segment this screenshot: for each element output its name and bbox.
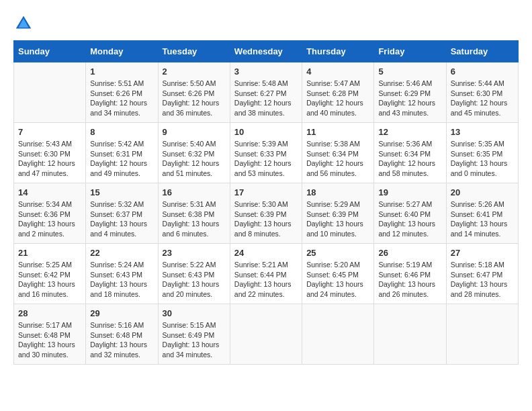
day-number: 7 [18, 127, 81, 137]
calendar-cell: 17Sunrise: 5:30 AM Sunset: 6:39 PM Dayli… [230, 183, 302, 244]
day-number: 20 [451, 187, 514, 197]
calendar-cell: 26Sunrise: 5:19 AM Sunset: 6:46 PM Dayli… [374, 244, 446, 304]
calendar-cell: 22Sunrise: 5:24 AM Sunset: 6:43 PM Dayli… [86, 244, 158, 304]
calendar-table: SundayMondayTuesdayWednesdayThursdayFrid… [13, 40, 519, 365]
cell-info: Sunrise: 5:27 AM Sunset: 6:40 PM Dayligh… [378, 199, 441, 239]
calendar-cell: 8Sunrise: 5:42 AM Sunset: 6:31 PM Daylig… [86, 123, 158, 183]
cell-info: Sunrise: 5:21 AM Sunset: 6:44 PM Dayligh… [234, 260, 298, 300]
calendar-week-1: 7Sunrise: 5:43 AM Sunset: 6:30 PM Daylig… [14, 123, 519, 183]
header-row: SundayMondayTuesdayWednesdayThursdayFrid… [14, 41, 519, 62]
day-number: 13 [451, 127, 514, 137]
cell-info: Sunrise: 5:36 AM Sunset: 6:34 PM Dayligh… [378, 139, 441, 179]
cell-info: Sunrise: 5:42 AM Sunset: 6:31 PM Dayligh… [90, 139, 153, 179]
calendar-week-2: 14Sunrise: 5:34 AM Sunset: 6:36 PM Dayli… [14, 183, 519, 244]
calendar-cell [230, 304, 302, 365]
header-day-monday: Monday [86, 41, 158, 62]
calendar-cell: 24Sunrise: 5:21 AM Sunset: 6:44 PM Dayli… [230, 244, 302, 304]
calendar-cell [302, 304, 374, 365]
day-number: 22 [90, 248, 153, 258]
header-day-saturday: Saturday [446, 41, 518, 62]
day-number: 17 [234, 187, 298, 197]
day-number: 1 [90, 66, 153, 77]
calendar-cell: 11Sunrise: 5:38 AM Sunset: 6:34 PM Dayli… [302, 123, 374, 183]
calendar-cell: 9Sunrise: 5:40 AM Sunset: 6:32 PM Daylig… [158, 123, 230, 183]
calendar-cell: 30Sunrise: 5:15 AM Sunset: 6:49 PM Dayli… [158, 304, 230, 365]
day-number: 12 [378, 127, 441, 137]
calendar-cell: 15Sunrise: 5:32 AM Sunset: 6:37 PM Dayli… [86, 183, 158, 244]
cell-info: Sunrise: 5:35 AM Sunset: 6:35 PM Dayligh… [451, 139, 514, 179]
calendar-cell: 21Sunrise: 5:25 AM Sunset: 6:42 PM Dayli… [14, 244, 86, 304]
header-day-friday: Friday [374, 41, 446, 62]
day-number: 28 [18, 308, 81, 318]
calendar-cell [374, 304, 446, 365]
header-day-thursday: Thursday [302, 41, 374, 62]
cell-info: Sunrise: 5:22 AM Sunset: 6:43 PM Dayligh… [163, 260, 226, 300]
day-number: 14 [18, 187, 81, 197]
calendar-cell: 20Sunrise: 5:26 AM Sunset: 6:41 PM Dayli… [446, 183, 518, 244]
page-header [13, 13, 519, 34]
calendar-cell: 25Sunrise: 5:20 AM Sunset: 6:45 PM Dayli… [302, 244, 374, 304]
cell-info: Sunrise: 5:24 AM Sunset: 6:43 PM Dayligh… [90, 260, 153, 300]
cell-info: Sunrise: 5:16 AM Sunset: 6:48 PM Dayligh… [90, 320, 153, 360]
cell-info: Sunrise: 5:40 AM Sunset: 6:32 PM Dayligh… [163, 139, 226, 179]
calendar-cell: 6Sunrise: 5:44 AM Sunset: 6:30 PM Daylig… [446, 62, 518, 123]
day-number: 27 [451, 248, 514, 258]
day-number: 26 [378, 248, 441, 258]
calendar-cell: 2Sunrise: 5:50 AM Sunset: 6:26 PM Daylig… [158, 62, 230, 123]
day-number: 4 [306, 66, 369, 77]
cell-info: Sunrise: 5:26 AM Sunset: 6:41 PM Dayligh… [451, 199, 514, 239]
cell-info: Sunrise: 5:48 AM Sunset: 6:27 PM Dayligh… [234, 79, 298, 118]
cell-info: Sunrise: 5:50 AM Sunset: 6:26 PM Dayligh… [163, 79, 226, 118]
cell-info: Sunrise: 5:18 AM Sunset: 6:47 PM Dayligh… [451, 260, 514, 300]
calendar-cell [14, 62, 86, 123]
day-number: 3 [234, 66, 298, 77]
calendar-cell: 18Sunrise: 5:29 AM Sunset: 6:39 PM Dayli… [302, 183, 374, 244]
calendar-cell: 7Sunrise: 5:43 AM Sunset: 6:30 PM Daylig… [14, 123, 86, 183]
calendar-body: 1Sunrise: 5:51 AM Sunset: 6:26 PM Daylig… [14, 62, 519, 365]
day-number: 24 [234, 248, 298, 258]
cell-info: Sunrise: 5:34 AM Sunset: 6:36 PM Dayligh… [18, 199, 81, 239]
calendar-cell: 16Sunrise: 5:31 AM Sunset: 6:38 PM Dayli… [158, 183, 230, 244]
cell-info: Sunrise: 5:47 AM Sunset: 6:28 PM Dayligh… [306, 79, 369, 118]
header-day-sunday: Sunday [14, 41, 86, 62]
cell-info: Sunrise: 5:44 AM Sunset: 6:30 PM Dayligh… [451, 79, 514, 118]
calendar-cell: 5Sunrise: 5:46 AM Sunset: 6:29 PM Daylig… [374, 62, 446, 123]
day-number: 23 [163, 248, 226, 258]
calendar-cell: 3Sunrise: 5:48 AM Sunset: 6:27 PM Daylig… [230, 62, 302, 123]
day-number: 19 [378, 187, 441, 197]
cell-info: Sunrise: 5:32 AM Sunset: 6:37 PM Dayligh… [90, 199, 153, 239]
logo [13, 13, 36, 34]
calendar-cell: 27Sunrise: 5:18 AM Sunset: 6:47 PM Dayli… [446, 244, 518, 304]
day-number: 10 [234, 127, 298, 137]
calendar-week-4: 28Sunrise: 5:17 AM Sunset: 6:48 PM Dayli… [14, 304, 519, 365]
day-number: 2 [163, 66, 226, 77]
cell-info: Sunrise: 5:43 AM Sunset: 6:30 PM Dayligh… [18, 139, 81, 179]
calendar-cell: 28Sunrise: 5:17 AM Sunset: 6:48 PM Dayli… [14, 304, 86, 365]
calendar-cell: 19Sunrise: 5:27 AM Sunset: 6:40 PM Dayli… [374, 183, 446, 244]
cell-info: Sunrise: 5:25 AM Sunset: 6:42 PM Dayligh… [18, 260, 81, 300]
calendar-cell: 23Sunrise: 5:22 AM Sunset: 6:43 PM Dayli… [158, 244, 230, 304]
calendar-week-0: 1Sunrise: 5:51 AM Sunset: 6:26 PM Daylig… [14, 62, 519, 123]
header-day-tuesday: Tuesday [158, 41, 230, 62]
calendar-cell: 1Sunrise: 5:51 AM Sunset: 6:26 PM Daylig… [86, 62, 158, 123]
cell-info: Sunrise: 5:38 AM Sunset: 6:34 PM Dayligh… [306, 139, 369, 179]
day-number: 6 [451, 66, 514, 77]
cell-info: Sunrise: 5:15 AM Sunset: 6:49 PM Dayligh… [163, 320, 226, 360]
calendar-cell [446, 304, 518, 365]
calendar-cell: 12Sunrise: 5:36 AM Sunset: 6:34 PM Dayli… [374, 123, 446, 183]
day-number: 9 [163, 127, 226, 137]
header-day-wednesday: Wednesday [230, 41, 302, 62]
calendar-cell: 13Sunrise: 5:35 AM Sunset: 6:35 PM Dayli… [446, 123, 518, 183]
day-number: 8 [90, 127, 153, 137]
cell-info: Sunrise: 5:39 AM Sunset: 6:33 PM Dayligh… [234, 139, 298, 179]
day-number: 15 [90, 187, 153, 197]
calendar-header: SundayMondayTuesdayWednesdayThursdayFrid… [14, 41, 519, 62]
cell-info: Sunrise: 5:46 AM Sunset: 6:29 PM Dayligh… [378, 79, 441, 118]
day-number: 11 [306, 127, 369, 137]
day-number: 18 [306, 187, 369, 197]
logo-icon [13, 13, 34, 34]
calendar-cell: 14Sunrise: 5:34 AM Sunset: 6:36 PM Dayli… [14, 183, 86, 244]
cell-info: Sunrise: 5:20 AM Sunset: 6:45 PM Dayligh… [306, 260, 369, 300]
calendar-cell: 4Sunrise: 5:47 AM Sunset: 6:28 PM Daylig… [302, 62, 374, 123]
calendar-week-3: 21Sunrise: 5:25 AM Sunset: 6:42 PM Dayli… [14, 244, 519, 304]
